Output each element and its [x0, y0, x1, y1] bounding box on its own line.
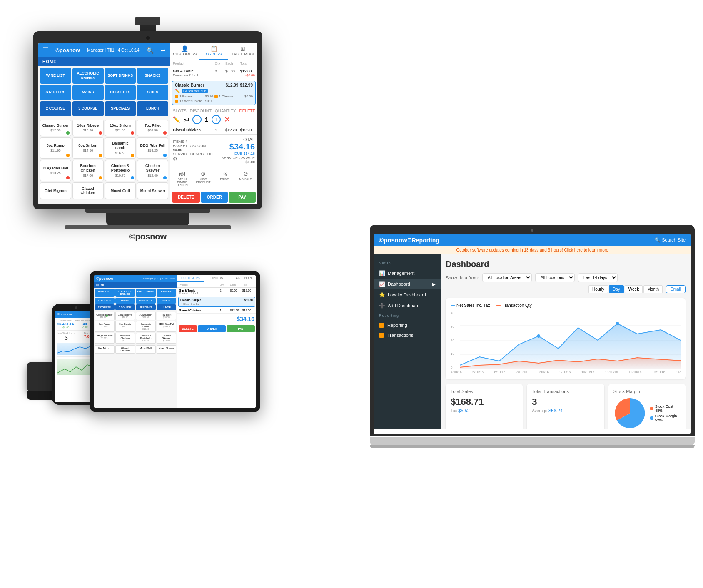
tablet-sides[interactable]: SIDES — [157, 298, 177, 304]
item-8oz-sirloin[interactable]: 8oz Sirloin$14.50 — [72, 137, 104, 159]
item-glazed-chicken[interactable]: Glazed Chicken — [72, 182, 104, 199]
alcoholic-drinks-btn[interactable]: ALCOHOLIC DRINKS — [72, 68, 104, 84]
tablet-delete-btn[interactable]: DELETE — [179, 325, 197, 332]
pos-manager-info: Manager | Till1 | 4 Oct 10:14 — [87, 48, 139, 52]
tablet-pay-btn[interactable]: PAY — [227, 325, 255, 332]
tablet-soft-drinks[interactable]: SOFT DRINKS — [136, 289, 156, 297]
item-classic-burger[interactable]: Classic Burger$12.99 — [40, 120, 71, 136]
discount-icon[interactable]: 🏷 — [183, 116, 189, 123]
misc-product-btn[interactable]: ⊕ MISC PRODUCT — [193, 169, 214, 188]
email-button[interactable]: Email — [666, 285, 686, 293]
no-sale-btn[interactable]: ⊘ NO SALE — [235, 169, 256, 188]
qty-plus-btn[interactable]: + — [212, 115, 221, 124]
tablet-item-portobello[interactable]: Chicken & Portobello$10.75 — [136, 333, 156, 344]
eat-in-btn[interactable]: 🍽 EAT IN DINING OPTION — [172, 169, 192, 188]
2course-btn[interactable]: 2 COURSE — [40, 101, 71, 116]
sidebar-item-dashboard[interactable]: 📈 Dashboard ▶ — [374, 279, 441, 289]
soft-drinks-btn[interactable]: SOFT DRINKS — [105, 68, 136, 84]
sidebar-item-loyalty[interactable]: ⭐ Loyalty Dashboard — [374, 289, 441, 300]
item-chicken-portobello[interactable]: Chicken & Portobello$10.75 — [105, 160, 136, 181]
tablet-snacks[interactable]: SNACKS — [157, 289, 177, 297]
sidebar-item-add-dashboard[interactable]: ➕ Add Dashboard — [374, 300, 441, 311]
locations-select[interactable]: All Locations — [535, 273, 575, 282]
tablet-orders-tab[interactable]: ORDERS — [204, 275, 230, 282]
tablet-3course[interactable]: 3 COURSE — [115, 304, 135, 310]
edit-icon[interactable]: ✏️ — [173, 116, 180, 123]
sidebar-transactions-label: Transactions — [387, 333, 414, 338]
item-balsamic-lamb[interactable]: Balsamic Lamb$16.50 — [105, 137, 136, 159]
starters-btn[interactable]: STARTERS — [40, 85, 71, 100]
tablet-mains[interactable]: MAINS — [115, 298, 135, 304]
tablet-item-mixed-grill[interactable]: Mixed Grill — [136, 345, 156, 354]
tablet-item-filet[interactable]: Filet Mignon — [95, 345, 115, 354]
tablet-specials[interactable]: SPECIALS — [136, 304, 156, 310]
tablet-item-balsamic[interactable]: Balsamic Lamb$16.50 — [136, 321, 156, 332]
snacks-btn[interactable]: SNACKS — [137, 68, 168, 84]
tablet-wine-list[interactable]: WINE LIST — [95, 289, 115, 297]
item-8oz-rump[interactable]: 8oz Rump$11.95 — [40, 137, 71, 159]
sides-btn[interactable]: SIDES — [137, 85, 168, 100]
tablet-item-bourbon[interactable]: Bourbon Chicken$17.00 — [115, 333, 135, 344]
item-chicken-skewer[interactable]: Chicken Skewer$12.40 — [137, 160, 168, 181]
print-btn[interactable]: 🖨 PRINT — [214, 169, 235, 188]
pay-button[interactable]: PAY — [229, 192, 256, 203]
notification-bar[interactable]: October software updates coming in 13 da… — [374, 246, 691, 254]
tab-customers[interactable]: 👤 CUSTOMERS — [170, 43, 199, 60]
item-bbq-ribs-full[interactable]: BBQ Ribs Full$14.25 — [137, 137, 168, 159]
mains-btn[interactable]: MAINS — [72, 85, 104, 100]
tablet-item-fillet[interactable]: 7oz Fillet$20.50 — [157, 312, 177, 320]
tablet-starters[interactable]: STARTERS — [95, 298, 115, 304]
tablet-item-rump[interactable]: 8oz Rump$11.95 — [95, 321, 115, 332]
tablet-lunch[interactable]: LUNCH — [157, 304, 177, 310]
tablet-item-bbq-half[interactable]: BBQ Ribs Half$13.25 — [95, 333, 115, 344]
sidebar-item-management[interactable]: 📊 Management — [374, 268, 441, 279]
phone-low-stock-value: 3 — [57, 334, 75, 341]
tab-orders[interactable]: 📋 ORDERS — [199, 43, 229, 60]
month-btn[interactable]: Month — [643, 285, 663, 293]
tablet-alcoholic[interactable]: ALCOHOLIC DRINKS — [115, 289, 135, 297]
svg-point-8 — [616, 322, 619, 325]
desserts-btn[interactable]: DESSERTS — [105, 85, 136, 100]
item-mixed-skewer[interactable]: Mixed Skewer — [137, 182, 168, 199]
order-item-burger[interactable]: Classic Burger $12.99 $12.99 ✏️ Gluten f… — [172, 81, 256, 105]
tablet-customers-tab[interactable]: CUSTOMERS — [177, 275, 204, 282]
qty-minus-btn[interactable]: − — [192, 115, 202, 124]
tablet-2course[interactable]: 2 COURSE — [95, 304, 115, 310]
item-bourbon-chicken[interactable]: Bourbon Chicken$17.00 — [72, 160, 104, 181]
order-button[interactable]: ORDER — [201, 192, 228, 203]
item-mixed-grill[interactable]: Mixed Grill — [105, 182, 136, 199]
tablet-item-mixed-skewer[interactable]: Mixed Skewer — [157, 345, 177, 354]
tablet-order-btn[interactable]: ORDER — [198, 325, 226, 332]
tab-table-plan[interactable]: ⊞ TABLE PLAN — [228, 43, 257, 60]
sidebar-item-transactions[interactable]: Transactions — [374, 330, 441, 340]
tablet-item-sirloin[interactable]: 10oz Sirloin$21.00 — [136, 312, 156, 320]
delete-button[interactable]: DELETE — [172, 192, 200, 203]
tablet-item-classic-burger[interactable]: Classic Burger$12.99 — [95, 312, 115, 320]
item-7oz-fillet[interactable]: 7oz Fillet$20.50 — [137, 120, 168, 136]
lunch-btn[interactable]: LUNCH — [137, 101, 168, 116]
week-btn[interactable]: Week — [625, 285, 643, 293]
location-areas-select[interactable]: All Location Areas — [482, 273, 532, 282]
item-10oz-sirloin[interactable]: 10oz Sirloin$21.00 — [105, 120, 136, 136]
tablet-item-glazed[interactable]: Glazed Chicken — [115, 345, 135, 354]
qty-delete-btn[interactable]: ✕ — [224, 115, 230, 124]
item-filet-mignon[interactable]: Filet Mignon — [40, 182, 71, 199]
tablet-item-8sirloin[interactable]: 8oz Sirloin$14.50 — [115, 321, 135, 332]
tablet-table-tab[interactable]: TABLE PLAN — [230, 275, 256, 282]
y-20: 20 — [451, 339, 459, 342]
item-10oz-ribeye[interactable]: 10oz Ribeye$18.90 — [72, 120, 104, 136]
specials-btn[interactable]: SPECiALS — [105, 101, 136, 116]
date-range-select[interactable]: Last 14 days — [578, 273, 618, 282]
day-btn[interactable]: Day — [609, 285, 624, 293]
tablet-desserts[interactable]: DESSERTS — [136, 298, 156, 304]
tablet-item-skewer[interactable]: Chicken Skewer$12.40 — [157, 333, 177, 344]
gin-promo: Promotion 2 for 1 — [173, 73, 198, 77]
y-0: 0 — [451, 366, 459, 369]
sidebar-item-reporting[interactable]: Reporting — [374, 320, 441, 330]
tablet-item-bbq-full[interactable]: BBQ Ribs Full$14.25 — [157, 321, 177, 332]
item-bbq-ribs-half[interactable]: BBQ Ribs Half$13.25 — [40, 160, 71, 181]
tablet-item-ribeye[interactable]: 10oz Ribeye$18.90 — [115, 312, 135, 320]
3course-btn[interactable]: 3 COURSE — [72, 101, 104, 116]
hourly-btn[interactable]: Hourly — [588, 285, 608, 293]
wine-list-btn[interactable]: WINE LIST — [40, 68, 71, 84]
